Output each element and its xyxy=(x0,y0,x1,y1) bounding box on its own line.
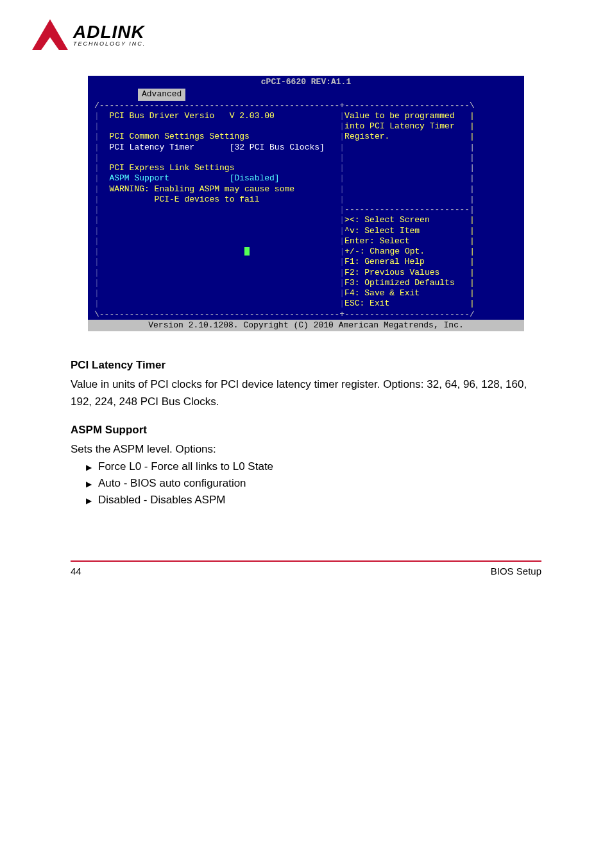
logo-sub-text: TECHNOLOGY INC. xyxy=(73,41,146,47)
bios-footer: Version 2.10.1208. Copyright (C) 2010 Am… xyxy=(88,320,524,331)
paragraph: Sets the ASPM level. Options: xyxy=(71,441,541,458)
heading-aspm: ASPM Support xyxy=(71,422,541,438)
option-item: Auto - BIOS auto configuration xyxy=(86,475,541,492)
page-number: 44 xyxy=(71,566,81,577)
option-text: Disabled - Disables ASPM xyxy=(98,492,225,508)
option-item: Disabled - Disables ASPM xyxy=(86,492,541,508)
logo-icon xyxy=(32,19,68,50)
option-text: Auto - BIOS auto configuration xyxy=(98,475,246,492)
bios-body: /---------------------------------------… xyxy=(88,101,524,320)
logo-main-text: ADLINK xyxy=(73,23,146,41)
option-item: Force L0 - Force all links to L0 State xyxy=(86,458,541,475)
bios-tab-advanced[interactable]: Advanced xyxy=(138,89,185,100)
option-text: Force L0 - Force all links to L0 State xyxy=(98,458,273,475)
document-body: PCI Latency Timer Value in units of PCI … xyxy=(71,357,541,509)
bios-cursor xyxy=(244,247,250,256)
bios-screenshot: cPCI-6620 REV:A1.1 Advanced /-----------… xyxy=(88,76,524,331)
bios-title: cPCI-6620 REV:A1.1 xyxy=(88,76,524,89)
bullet-icon xyxy=(86,458,92,475)
footer-section-title: BIOS Setup xyxy=(491,566,541,577)
bullet-icon xyxy=(86,492,92,508)
brand-logo: ADLINK TECHNOLOGY INC. xyxy=(32,19,580,50)
page-footer: 44 BIOS Setup xyxy=(71,560,541,577)
heading-pci-latency: PCI Latency Timer xyxy=(71,357,541,374)
paragraph: Value in units of PCI clocks for PCI dev… xyxy=(71,376,541,410)
bullet-icon xyxy=(86,475,92,492)
